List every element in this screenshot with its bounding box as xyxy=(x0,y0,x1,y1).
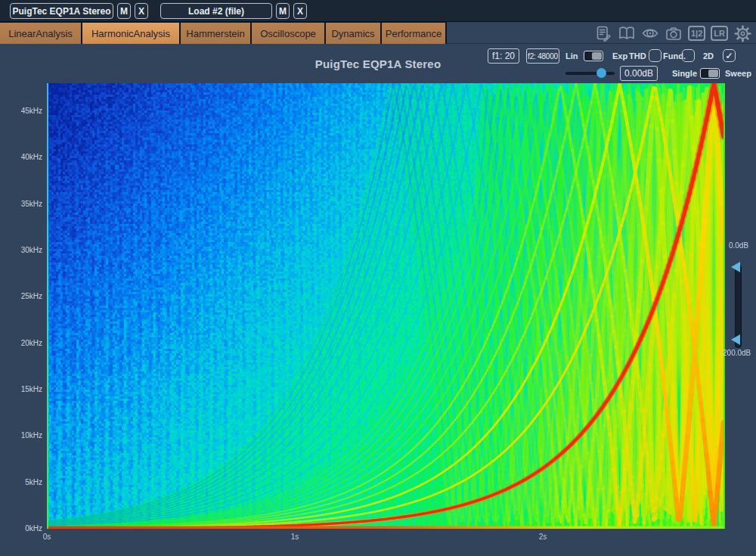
level-min-label: -200.0dB xyxy=(714,349,756,357)
2d-label: 2D xyxy=(703,51,714,61)
single-sweep-toggle[interactable] xyxy=(700,68,720,79)
tab-linearanalysis[interactable]: LinearAnalysis xyxy=(0,23,81,44)
manual-book-icon[interactable] xyxy=(618,25,636,42)
exp-label: Exp xyxy=(612,51,627,61)
lin-label: Lin xyxy=(565,51,578,61)
level-bottom-handle[interactable] xyxy=(731,334,740,345)
y-tick-label: 35kHz xyxy=(0,200,42,208)
analysis-tabs: LinearAnalysisHarmonicAnalysisHammerstei… xyxy=(0,22,447,44)
y-tick-label: 10kHz xyxy=(0,431,42,440)
plugin-slot2-load-button[interactable]: Load #2 (file) xyxy=(160,3,272,19)
eye-icon[interactable] xyxy=(641,25,659,42)
harmonic-analysis-panel: PuigTec EQP1A Stereo f1: 20 f2: 48000 Li… xyxy=(0,44,756,556)
tab-dynamics[interactable]: Dynamics xyxy=(326,23,380,44)
y-tick-label: 5kHz xyxy=(0,478,42,486)
thd-label: THD xyxy=(629,51,646,61)
notes-icon[interactable] xyxy=(594,25,612,42)
tab-performance[interactable]: Performance xyxy=(382,23,445,44)
plugin-slot1-mute-button[interactable]: M xyxy=(117,3,131,19)
2d-checkbox[interactable]: ✓ xyxy=(723,49,736,62)
app-window: PuigTec EQP1A Stereo M X Load #2 (file) … xyxy=(0,0,756,556)
tab-harmonicanalysis[interactable]: HarmonicAnalysis xyxy=(82,23,179,44)
y-tick-label: 30kHz xyxy=(0,246,42,254)
single-label: Single xyxy=(672,69,697,78)
plugin-slot1-button[interactable]: PuigTec EQP1A Stereo xyxy=(10,3,113,19)
f2-value-box[interactable]: f2: 48000 xyxy=(526,48,559,64)
tab-bar: LinearAnalysisHarmonicAnalysisHammerstei… xyxy=(0,22,756,44)
tab-oscilloscope[interactable]: Oscilloscope xyxy=(252,23,324,44)
gain-slider-track xyxy=(565,72,615,75)
compare-1-2-icon[interactable]: 1|2 xyxy=(688,26,705,41)
tab-hammerstein[interactable]: Hammerstein xyxy=(181,23,250,44)
channel-lr-icon[interactable]: LR xyxy=(711,26,728,41)
plugin-slot2-close-button[interactable]: X xyxy=(293,3,307,19)
level-max-label: 0.0dB xyxy=(720,241,756,250)
plugin-slot2-mute-button[interactable]: M xyxy=(276,3,290,19)
plugin-slot1-close-button[interactable]: X xyxy=(135,3,148,19)
toolbar-icons: 1|2 LR xyxy=(594,24,751,42)
x-tick-label: 2s xyxy=(520,533,565,541)
sweep-label: Sweep xyxy=(725,69,751,78)
settings-gear-icon[interactable] xyxy=(733,25,751,42)
toggle-knob xyxy=(592,52,602,60)
y-tick-label: 45kHz xyxy=(0,107,42,115)
lin-exp-toggle[interactable] xyxy=(584,51,603,61)
fund-checkbox[interactable] xyxy=(682,49,695,62)
y-tick-label: 0kHz xyxy=(0,524,42,533)
level-top-handle[interactable] xyxy=(731,262,740,272)
checkmark-icon: ✓ xyxy=(725,51,733,61)
y-tick-label: 15kHz xyxy=(0,385,42,393)
thd-checkbox[interactable] xyxy=(649,49,662,62)
toggle-knob xyxy=(708,70,718,77)
gain-slider[interactable] xyxy=(565,71,615,76)
y-tick-label: 25kHz xyxy=(0,292,42,300)
y-tick-label: 20kHz xyxy=(0,339,42,347)
x-tick-label: 1s xyxy=(272,533,318,541)
x-tick-label: 0s xyxy=(24,533,70,541)
spectrogram-plot xyxy=(47,83,725,529)
y-tick-label: 40kHz xyxy=(0,153,42,161)
gain-slider-thumb[interactable] xyxy=(596,68,606,78)
f1-value-box[interactable]: f1: 20 xyxy=(488,48,519,64)
screenshot-camera-icon[interactable] xyxy=(665,25,683,42)
titlebar: PuigTec EQP1A Stereo M X Load #2 (file) … xyxy=(0,0,756,22)
gain-value-box[interactable]: 0.00dB xyxy=(620,66,658,81)
